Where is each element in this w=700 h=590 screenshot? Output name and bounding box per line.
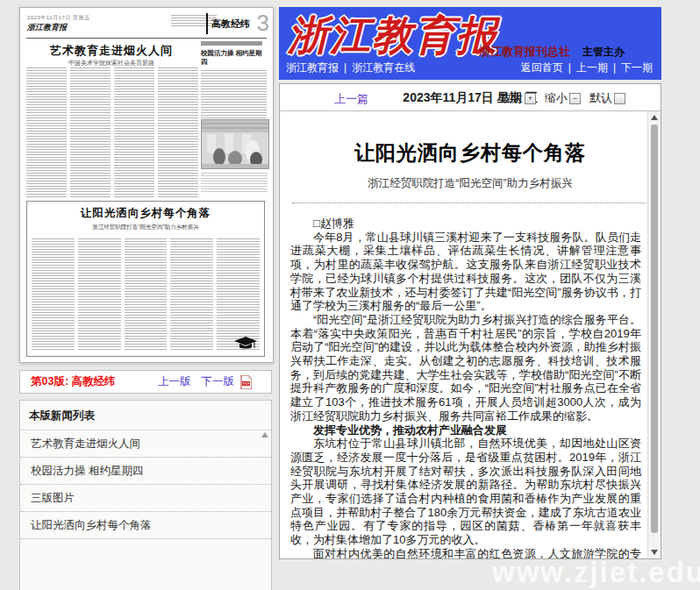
site-watermark: www.zjiet.edu.cn [492,556,700,589]
thumb-boxed-subhead: 浙江经贸职院打造“阳光空间”助力乡村振兴 [27,224,264,231]
article-subtitle: 浙江经贸职院打造“阳光空间”助力乡村振兴 [280,176,661,191]
home-link[interactable]: 返回首页 [521,61,563,74]
pdf-icon[interactable]: PDF [240,375,252,389]
article-panel: 上一篇 2023年11月17日 星期 五 放大 + 缩小 − 默认 让阳光洒向乡… [279,83,661,559]
thumb-section-name: 高教经纬 [206,13,250,34]
article-body: □赵博雅今年8月，常山县球川镇三溪村迎来了一支科技服务队。队员们走进蔬菜大棚，采… [290,217,641,559]
thumb-text-column [70,68,111,197]
zoom-out-icon: − [569,93,581,104]
scroll-up-icon[interactable] [651,115,658,120]
thumb-date: 2023年11月17日 星期五 [27,14,89,22]
svg-text:PDF: PDF [243,381,251,386]
page-bar: 第03版: 高教经纬 上一版 下一版 PDF [19,370,272,394]
scrollbar-thumb[interactable] [651,124,658,533]
thumb-mini-headline [201,41,262,46]
thumb-text-columns [26,68,198,197]
article-subhead: 发挥专业优势，推动农村产业融合发展 [290,423,641,437]
next-page-link[interactable]: 下一版 [202,374,235,389]
thumb-text-column [158,68,198,197]
thumb-boxed-columns [32,238,260,351]
agency-name: 浙江教育报刊总社 [479,45,570,58]
thumb-headline-2: 校园活力操 相约星期四 [201,49,267,67]
zoom-out-button[interactable]: 缩小 − [545,90,581,106]
scroll-down-icon[interactable] [651,550,658,555]
article-p: 今年8月，常山县球川镇三溪村迎来了一支科技服务队。队员们走进蔬菜大棚，采集土壤样… [290,231,641,313]
prev-issue-link[interactable]: 上一期 [576,61,608,74]
news-list-item[interactable]: 三版图片 [20,485,271,512]
title-divider [292,203,648,203]
newspaper-logo: 浙江教育报 [288,9,498,63]
thumb-photo-caption [201,173,268,194]
page: 2023年11月17日 星期五 浙江教育报 高教经纬 3 艺术教育走进烟火人间 … [0,0,700,590]
thumb-text-column [125,238,168,351]
news-list-scroll-up-icon[interactable] [261,432,268,437]
article-byline: □赵博雅 [290,217,641,231]
nav-separator: | [568,61,571,74]
thumb-boxed-headline: 让阳光洒向乡村每个角落 [27,206,264,221]
thumb-text-column [114,68,154,197]
thumb-text-column [170,238,213,351]
zoom-out-label: 缩小 [545,90,568,106]
nav-separator: | [613,61,616,74]
zoom-in-button[interactable]: 放大 + [500,90,536,106]
thumb-photo [201,119,269,169]
thumb-text-column [26,68,67,197]
news-list-item[interactable]: 校园活力操 相约星期四 [20,458,271,485]
thumb-text-column [32,238,75,351]
nav-separator: | [344,61,346,74]
site-link-paper[interactable]: 浙江教育报 [286,61,339,74]
article-p: “阳光空间”是浙江经贸职院为助力乡村振兴打造的综合服务平台。本着“落实中央政策阳… [290,313,641,423]
zoom-reset-label: 默认 [589,90,612,106]
news-list-item[interactable]: 让阳光洒向乡村每个角落 [20,512,271,539]
next-issue-link[interactable]: 下一期 [621,61,653,74]
thumb-text-column [217,238,260,351]
zoom-in-label: 放大 [500,90,523,106]
thumb-masthead: 浙江教育报 [27,22,67,33]
zoom-in-icon: + [525,93,536,104]
current-page-label: 第03版: 高教经纬 [31,374,116,389]
masthead-banner: 浙江教育报 浙江教育报刊总社主管主办 浙江教育报|浙江教育在线 返回首页|上一期… [279,7,661,80]
news-list-items: 艺术教育走进烟火人间校园活力操 相约星期四三版图片让阳光洒向乡村每个角落 [20,430,271,539]
zoom-reset-icon [614,93,625,104]
news-list-title: 本版新闻列表 [20,401,271,430]
thumb-right-column: 校园活力操 相约星期四 [201,41,267,132]
article-scrollbar[interactable] [647,111,661,558]
news-list-panel: 本版新闻列表 艺术教育走进烟火人间校园活力操 相约星期四三版图片让阳光洒向乡村每… [19,400,272,590]
prev-page-link[interactable]: 上一版 [158,374,191,389]
agency-line: 浙江教育报刊总社主管主办 [479,44,625,60]
newspaper-page-thumbnail[interactable]: 2023年11月17日 星期五 浙江教育报 高教经纬 3 艺术教育走进烟火人间 … [19,7,274,363]
news-list-item[interactable]: 艺术教育走进烟火人间 [20,430,271,458]
thumb-text-column [78,238,121,351]
agency-role: 主管主办 [582,46,625,58]
thumb-header-rule [26,38,267,39]
thumb-subhead-1: 中国美术学院探索社会美育新路 [27,59,196,68]
thumb-headline-1: 艺术教育走进烟火人间 [27,43,196,59]
zoom-reset-button[interactable]: 默认 [589,90,625,106]
banner-nav: 浙江教育报|浙江教育在线 返回首页|上一期|下一期 [286,60,653,75]
thumb-boxed-story[interactable]: 让阳光洒向乡村每个角落 浙江经贸职院打造“阳光空间”助力乡村振兴 [26,201,265,357]
thumb-page-number: 3 [257,10,269,37]
site-link-online[interactable]: 浙江教育在线 [352,61,415,74]
graduation-cap-icon [234,337,257,352]
article-toolbar: 上一篇 2023年11月17日 星期 五 放大 + 缩小 − 默认 [280,84,661,111]
article-title: 让阳光洒向乡村每个角落 [280,139,661,167]
article-p: 东坑村位于常山县球川镇北部，自然环境优美，却因地处山区资源匮乏，经济发展一度十分… [290,437,641,547]
